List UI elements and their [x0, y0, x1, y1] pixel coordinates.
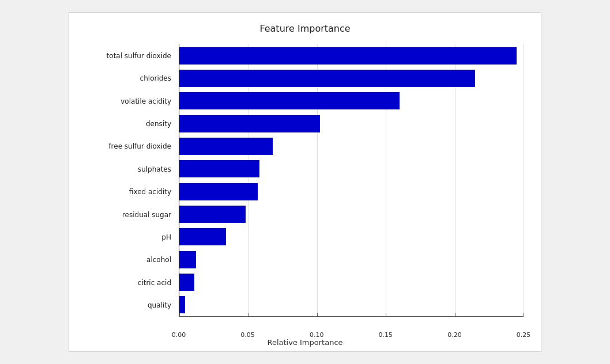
bar-fixed-acidity: [179, 183, 258, 200]
chart-title: Feature Importance: [69, 23, 541, 34]
y-label-residual-sugar: residual sugar: [122, 211, 171, 219]
bar-density: [179, 115, 320, 132]
bar-chlorides: [179, 70, 475, 87]
x-tick-mark-0.15: [386, 313, 386, 316]
bar-total-sulfur-dioxide: [179, 47, 517, 65]
x-tick-mark-0.25: [524, 313, 524, 316]
y-label-fixed-acidity: fixed acidity: [129, 188, 171, 196]
y-label-volatile-acidity: volatile acidity: [121, 97, 171, 105]
y-label-quality: quality: [148, 301, 171, 309]
y-label-citric-acid: citric acid: [138, 279, 171, 287]
bar-pH: [179, 228, 226, 245]
chart-container: Feature Importance total sulfur dioxidec…: [69, 12, 541, 352]
y-label-free-sulfur-dioxide: free sulfur dioxide: [108, 142, 171, 150]
x-tick-mark-0.2: [455, 313, 455, 316]
y-label-pH: pH: [161, 233, 171, 241]
x-tick-mark-0.05: [248, 313, 248, 316]
x-axis-label: Relative Importance: [69, 338, 541, 347]
y-label-sulphates: sulphates: [138, 165, 171, 173]
y-label-alcohol: alcohol: [146, 256, 171, 264]
bar-sulphates: [179, 160, 259, 177]
x-tick-mark-0.1: [317, 313, 318, 316]
bar-citric-acid: [179, 274, 194, 291]
y-axis-labels: total sulfur dioxidechloridesvolatile ac…: [69, 44, 176, 317]
x-tick-mark-0: [179, 313, 180, 316]
y-label-density: density: [146, 120, 171, 128]
y-label-chlorides: chlorides: [140, 74, 171, 82]
grid-line: [524, 44, 524, 316]
bar-residual-sugar: [179, 206, 246, 223]
bar-free-sulfur-dioxide: [179, 138, 273, 155]
chart-area: [179, 44, 524, 317]
bar-alcohol: [179, 251, 196, 268]
bar-volatile-acidity: [179, 92, 400, 109]
y-label-total-sulfur-dioxide: total sulfur dioxide: [107, 52, 171, 60]
bar-quality: [179, 296, 185, 313]
